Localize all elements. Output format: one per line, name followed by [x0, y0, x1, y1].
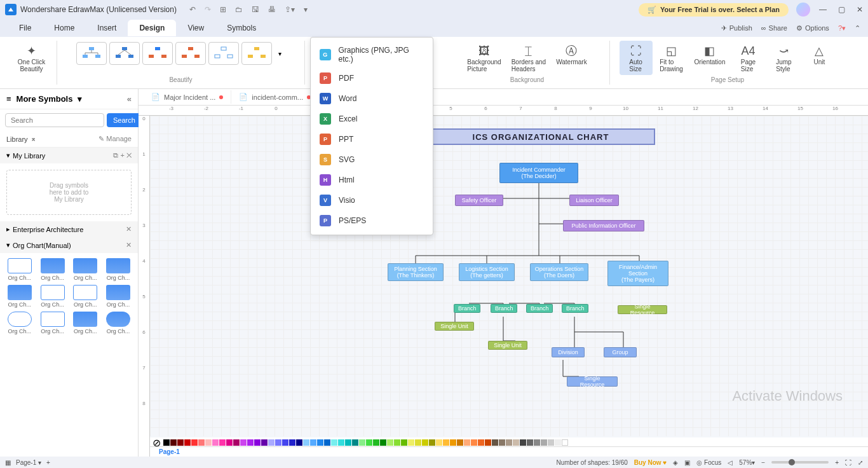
orientation-button[interactable]: ◧Orientation: [691, 41, 729, 75]
color-swatch[interactable]: [373, 439, 379, 446]
background-picture-button[interactable]: 🖼Background Picture: [463, 41, 505, 75]
color-swatch[interactable]: [289, 439, 295, 446]
more-icon[interactable]: ▾: [304, 5, 308, 14]
shape-item[interactable]: Org Ch...: [5, 285, 34, 308]
color-swatch[interactable]: [562, 439, 568, 446]
shape-item[interactable]: Org Ch...: [38, 258, 67, 281]
export-word[interactable]: WWord: [311, 88, 433, 109]
grid-toggle-icon[interactable]: ▦: [5, 459, 11, 466]
layout-template-2[interactable]: [109, 42, 140, 65]
color-swatch[interactable]: [191, 439, 198, 446]
color-swatch[interactable]: [170, 439, 177, 446]
color-swatch[interactable]: [282, 439, 288, 446]
layout-more-icon[interactable]: ▾: [275, 42, 286, 65]
shape-item[interactable]: Org Ch...: [104, 258, 133, 281]
presentation-icon[interactable]: ▣: [684, 459, 690, 466]
close-section-icon[interactable]: ✕: [126, 241, 132, 249]
page-selector[interactable]: Page-1 ▾: [16, 459, 41, 466]
export-svg[interactable]: SSVG: [311, 149, 433, 170]
color-swatch[interactable]: [254, 439, 261, 446]
node-liaison[interactable]: Liaison Officer: [569, 195, 619, 206]
org-chart-section[interactable]: ▾ Org Chart(Manual)✕: [0, 237, 138, 253]
node-branch-1[interactable]: Branch: [454, 304, 480, 313]
focus-button[interactable]: ◎ Focus: [696, 459, 721, 466]
shape-item[interactable]: Org Ch...: [38, 285, 67, 308]
layout-template-4[interactable]: [175, 42, 206, 65]
node-planning[interactable]: Planning Section(The Thinkers): [388, 263, 444, 281]
trial-banner[interactable]: 🛒 Your Free Trial is over. Select a Plan: [639, 3, 789, 17]
color-swatch[interactable]: [296, 439, 302, 446]
color-swatch[interactable]: [492, 439, 498, 446]
color-swatch[interactable]: [226, 439, 233, 446]
tab-home[interactable]: Home: [43, 20, 86, 36]
layout-template-5[interactable]: [208, 42, 239, 65]
color-swatch[interactable]: [485, 439, 491, 446]
color-swatch[interactable]: [506, 439, 512, 446]
collapse-ribbon-icon[interactable]: ⌃: [855, 24, 860, 32]
shape-item[interactable]: Org Ch...: [71, 285, 100, 308]
new-icon[interactable]: ⊞: [220, 5, 226, 14]
color-swatch[interactable]: [240, 439, 247, 446]
zoom-in-icon[interactable]: +: [835, 459, 839, 466]
color-swatch[interactable]: [205, 439, 212, 446]
color-swatch[interactable]: [324, 439, 330, 446]
shape-item[interactable]: Org Ch...: [5, 312, 34, 334]
unit-button[interactable]: △Unit: [803, 41, 836, 75]
export-pdf[interactable]: PPDF: [311, 68, 433, 88]
color-swatch[interactable]: [520, 439, 526, 446]
color-swatch[interactable]: [471, 439, 477, 446]
color-swatch[interactable]: [408, 439, 414, 446]
node-commander[interactable]: Incident Commander(The Decider): [499, 163, 578, 183]
export-pseps[interactable]: PPS/EPS: [311, 210, 433, 231]
node-single-resource-1[interactable]: Single Resource: [618, 305, 667, 314]
jump-style-button[interactable]: ⤻Jump Style: [767, 41, 800, 75]
color-swatch[interactable]: [478, 439, 484, 446]
fit-drawing-button[interactable]: ◱Fit to Drawing: [655, 41, 688, 75]
color-swatch[interactable]: [275, 439, 281, 446]
color-swatch[interactable]: [198, 439, 205, 446]
tab-symbols[interactable]: Symbols: [215, 20, 268, 36]
node-single-unit-2[interactable]: Single Unit: [488, 341, 527, 350]
prev-icon[interactable]: ◁: [728, 459, 733, 466]
node-single-resource-2[interactable]: Single Resource: [567, 376, 618, 387]
export-html[interactable]: HHtml: [311, 170, 433, 190]
color-swatch[interactable]: [527, 439, 533, 446]
options-button[interactable]: ⚙ Options: [796, 24, 829, 32]
export-visio[interactable]: VVisio: [311, 190, 433, 210]
node-branch-4[interactable]: Branch: [562, 304, 588, 313]
color-swatch[interactable]: [394, 439, 400, 446]
color-swatch[interactable]: [534, 439, 540, 446]
color-swatch[interactable]: [338, 439, 344, 446]
buy-now-button[interactable]: Buy Now ♥: [634, 459, 667, 466]
node-division[interactable]: Division: [552, 347, 585, 357]
node-single-unit-1[interactable]: Single Unit: [435, 322, 474, 331]
node-branch-2[interactable]: Branch: [491, 304, 517, 313]
drop-zone[interactable]: Drag symbols here to add to My Library: [6, 170, 132, 215]
add-icon[interactable]: +: [121, 151, 125, 159]
zoom-out-icon[interactable]: −: [761, 459, 765, 466]
color-swatch[interactable]: [443, 439, 449, 446]
color-swatch[interactable]: [422, 439, 428, 446]
color-swatch[interactable]: [464, 439, 470, 446]
doc-tab-1[interactable]: 📄Major Incident ...: [144, 90, 231, 104]
node-finance[interactable]: Finance/Admin Section(The Payers): [607, 261, 668, 286]
color-swatch[interactable]: [212, 439, 219, 446]
help-icon[interactable]: ?▾: [838, 24, 846, 32]
shape-item[interactable]: Org Ch...: [104, 312, 133, 334]
copy-icon[interactable]: ⧉: [113, 151, 118, 159]
color-swatch[interactable]: [219, 439, 226, 446]
minimize-icon[interactable]: —: [819, 5, 827, 14]
color-swatch[interactable]: [317, 439, 323, 446]
color-swatch[interactable]: [233, 439, 240, 446]
maximize-icon[interactable]: ▢: [838, 5, 845, 14]
color-swatch[interactable]: [184, 439, 191, 446]
zoom-level[interactable]: 57%▾: [739, 459, 755, 466]
canvas[interactable]: ICS ORGANIZATIONAL CHART Incident Comman…: [150, 116, 868, 436]
zoom-slider[interactable]: [771, 461, 829, 464]
export-ppt[interactable]: PPPT: [311, 129, 433, 149]
tab-file[interactable]: File: [8, 20, 43, 36]
doc-tab-2[interactable]: 📄incident-comm...: [231, 90, 319, 104]
color-swatch[interactable]: [513, 439, 519, 446]
share-button[interactable]: ∞ Share: [761, 24, 787, 32]
color-swatch[interactable]: [429, 439, 435, 446]
